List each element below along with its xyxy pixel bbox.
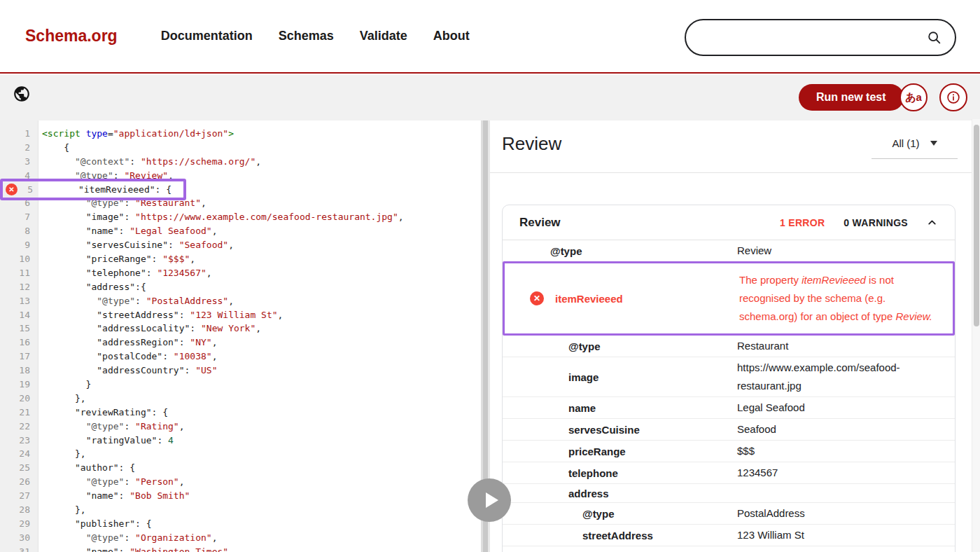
error-line-content: "itemRevieeed": { <box>38 181 183 198</box>
code-line[interactable]: 16 "addressRegion": "NY", <box>0 336 481 350</box>
code-line[interactable]: 9 "servesCuisine": "Seafood", <box>0 238 481 252</box>
code-line[interactable]: 15 "addressLocality": "New York", <box>0 322 481 336</box>
code-line[interactable]: 8 "name": "Legal Seafood", <box>0 224 481 238</box>
line-number: 1 <box>0 127 38 141</box>
line-number: 3 <box>0 155 38 169</box>
code-line[interactable]: 29 "publisher": { <box>0 517 481 531</box>
line-number: 11 <box>0 266 38 280</box>
line-content: "@type": "PostalAddress", <box>38 294 234 308</box>
code-line[interactable]: 25 "author": { <box>0 461 481 475</box>
code-line[interactable]: 26 "@type": "Person", <box>0 475 481 489</box>
line-content: "name": "Bob Smith" <box>38 489 190 503</box>
line-number: 8 <box>0 224 38 238</box>
property-value: Seafood <box>737 419 955 440</box>
line-content: }, <box>38 392 86 406</box>
code-line[interactable]: 11 "telephone": "1234567", <box>0 266 481 280</box>
result-card-title: Review <box>519 216 780 230</box>
error-line-highlight[interactable]: ✕5 "itemRevieeed": { <box>0 179 186 200</box>
code-line[interactable]: 20 }, <box>0 392 481 406</box>
code-line[interactable]: 1<script type="application/ld+json"> <box>0 127 481 141</box>
code-line[interactable]: 17 "postalCode": "10038", <box>0 350 481 364</box>
result-row: telephone1234567 <box>503 462 955 483</box>
nav-link-validate[interactable]: Validate <box>360 29 407 43</box>
filter-dropdown[interactable]: All (1) <box>872 137 958 159</box>
line-content: }, <box>38 503 86 517</box>
property-value: PostalAddress <box>737 503 955 524</box>
property-name: streetAddress <box>503 530 737 541</box>
result-row: addressLocalityNew York <box>503 546 955 552</box>
line-number: 9 <box>0 238 38 252</box>
code-line[interactable]: 30 "@type": "Organization", <box>0 531 481 545</box>
code-line[interactable]: 3 "@context": "https://schema.org/", <box>0 155 481 169</box>
code-line[interactable]: 27 "name": "Bob Smith" <box>0 489 481 503</box>
dropdown-arrow-icon <box>930 141 937 146</box>
line-content: { <box>38 141 69 155</box>
code-line[interactable]: 24 }, <box>0 447 481 461</box>
code-line[interactable]: 10 "priceRange": "$$$", <box>0 252 481 266</box>
search-box[interactable] <box>685 19 956 56</box>
code-line[interactable]: 28 }, <box>0 503 481 517</box>
line-content: "publisher": { <box>38 517 152 531</box>
line-content: "addressRegion": "NY", <box>38 336 217 350</box>
line-number: 18 <box>0 364 38 378</box>
validator-toolbar: Run new test あa <box>0 75 980 120</box>
line-content: "image": "https://www.example.com/seafoo… <box>38 210 404 224</box>
collapse-card-button[interactable] <box>926 216 938 228</box>
code-line[interactable]: 14 "streetAddress": "123 William St", <box>0 308 481 322</box>
code-line[interactable]: 21 "reviewRating": { <box>0 406 481 420</box>
play-button[interactable] <box>468 478 511 522</box>
property-name: name <box>503 402 737 414</box>
result-row: nameLegal Seafood <box>503 396 955 418</box>
code-line[interactable]: 2 { <box>0 141 481 155</box>
code-line[interactable]: 31 "name": "Washington Times" <box>0 545 481 552</box>
result-rows: @typeReview✕itemRevieeedThe property ite… <box>503 240 955 552</box>
scrollbar-thumb[interactable] <box>974 125 979 326</box>
line-number: 30 <box>0 531 38 545</box>
nav-link-documentation[interactable]: Documentation <box>161 29 253 43</box>
code-line[interactable]: 23 "ratingValue": 4 <box>0 434 481 448</box>
error-count-badge: 1 ERROR <box>780 217 825 228</box>
nav-link-schemas[interactable]: Schemas <box>279 29 334 43</box>
schema-org-logo[interactable]: Schema.org <box>25 27 118 46</box>
scrollbar[interactable] <box>972 119 980 552</box>
run-new-test-button[interactable]: Run new test <box>799 84 904 111</box>
line-number: 14 <box>0 308 38 322</box>
line-content: "ratingValue": 4 <box>38 434 174 448</box>
search-icon[interactable] <box>927 30 942 46</box>
result-row: @typeRestaurant <box>503 336 955 357</box>
result-row: streetAddress123 William St <box>503 524 955 546</box>
code-line[interactable]: 13 "@type": "PostalAddress", <box>0 294 481 308</box>
line-number: 2 <box>0 141 38 155</box>
code-editor[interactable]: 1<script type="application/ld+json">2 {3… <box>0 120 481 552</box>
info-icon[interactable] <box>939 83 967 111</box>
nav-link-about[interactable]: About <box>433 29 470 43</box>
language-icon[interactable]: あa <box>899 83 927 111</box>
property-value: https://www.example.com/seafood-restaura… <box>737 357 955 396</box>
line-number: 27 <box>0 489 38 503</box>
code-line[interactable]: 12 "address":{ <box>0 280 481 294</box>
result-row: @typeReview <box>503 240 955 261</box>
line-number: 15 <box>0 322 38 336</box>
code-line[interactable]: 7 "image": "https://www.example.com/seaf… <box>0 210 481 224</box>
line-number: 16 <box>0 336 38 350</box>
top-nav: Schema.org Documentation Schemas Validat… <box>0 0 980 74</box>
line-number: 22 <box>0 420 38 434</box>
search-input[interactable] <box>686 32 927 44</box>
error-property-name: itemRevieeed <box>555 293 623 305</box>
warning-count-badge: 0 WARNINGS <box>844 217 908 228</box>
line-number: 23 <box>0 434 38 448</box>
property-value <box>737 492 955 495</box>
result-row: servesCuisineSeafood <box>503 418 955 440</box>
line-content: <script type="application/ld+json"> <box>38 127 234 141</box>
line-content: "priceRange": "$$$", <box>38 252 195 266</box>
line-number: 25 <box>0 461 38 475</box>
code-line[interactable]: 18 "addressCountry": "US" <box>0 364 481 378</box>
line-number: 21 <box>0 406 38 420</box>
code-line[interactable]: 22 "@type": "Rating", <box>0 420 481 434</box>
line-number: 13 <box>0 294 38 308</box>
play-icon <box>486 492 498 508</box>
line-number: 31 <box>0 545 38 552</box>
results-separator <box>490 172 972 173</box>
code-line[interactable]: 19 } <box>0 378 481 392</box>
line-content: "reviewRating": { <box>38 406 168 420</box>
